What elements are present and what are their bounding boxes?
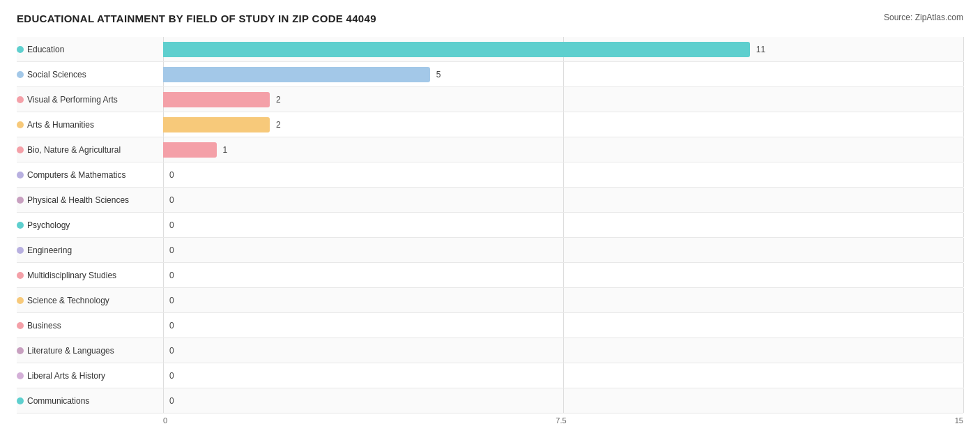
bar-label: Social Sciences (17, 70, 163, 79)
bar-label-text: Science & Technology (27, 296, 109, 305)
bar-row: Computers & Mathematics0 (17, 162, 963, 188)
bar-value-label: 0 (169, 371, 174, 381)
grid-line (563, 363, 564, 388)
bar-dot (17, 247, 24, 254)
grid-line (163, 213, 164, 237)
bar-track: 0 (163, 338, 963, 363)
grid-line (963, 388, 964, 413)
bar-fill: 11 (163, 42, 750, 57)
grid-line (963, 263, 964, 287)
grid-line (963, 313, 964, 337)
bar-value-label: 0 (169, 220, 174, 230)
bar-dot (17, 322, 24, 329)
grid-line (963, 213, 964, 237)
x-axis-label: 7.5 (556, 416, 566, 425)
grid-line (163, 263, 164, 287)
bar-label: Education (17, 45, 163, 54)
bar-dot (17, 96, 24, 103)
bar-label: Computers & Mathematics (17, 170, 163, 180)
bar-track: 0 (163, 188, 963, 212)
bar-label-text: Business (27, 321, 61, 331)
bar-value-label: 5 (436, 70, 441, 79)
bar-track: 1 (163, 137, 963, 162)
bar-track: 0 (163, 263, 963, 287)
bar-label-text: Liberal Arts & History (27, 371, 105, 381)
bar-row: Social Sciences5 (17, 62, 963, 87)
grid-line (963, 37, 964, 61)
bar-dot (17, 222, 24, 229)
bar-dot (17, 146, 24, 153)
bar-label: Engineering (17, 245, 163, 255)
bar-label-text: Social Sciences (27, 70, 86, 79)
bar-label: Arts & Humanities (17, 120, 163, 130)
bar-label: Physical & Health Sciences (17, 195, 163, 205)
bar-label-text: Multidisciplinary Studies (27, 271, 116, 280)
grid-line (963, 162, 964, 187)
bar-row: Education11 (17, 37, 963, 62)
bar-value-label: 0 (169, 296, 174, 305)
bar-dot (17, 372, 24, 379)
bar-value-label: 0 (169, 346, 174, 356)
bar-fill: 1 (163, 142, 217, 158)
bar-label: Liberal Arts & History (17, 371, 163, 381)
bar-fill: 2 (163, 92, 270, 107)
bar-track: 0 (163, 238, 963, 262)
grid-line (563, 288, 564, 312)
bar-row: Psychology0 (17, 213, 963, 238)
bar-dot (17, 71, 24, 78)
bar-track: 2 (163, 112, 963, 137)
bar-label-text: Literature & Languages (27, 346, 114, 356)
grid-line (963, 338, 964, 363)
bar-label: Communications (17, 396, 163, 406)
grid-line (963, 112, 964, 137)
bar-label-text: Engineering (27, 245, 72, 255)
bar-row: Engineering0 (17, 238, 963, 263)
grid-line (963, 238, 964, 262)
source-label: Source: ZipAtlas.com (884, 13, 963, 22)
bar-track: 0 (163, 313, 963, 337)
bar-dot (17, 172, 24, 179)
grid-line (563, 137, 564, 162)
grid-line (963, 137, 964, 162)
x-axis-label: 0 (163, 416, 167, 425)
bar-track: 0 (163, 213, 963, 237)
bar-track: 0 (163, 388, 963, 413)
bar-value-label: 0 (169, 396, 174, 406)
bar-track: 5 (163, 62, 963, 86)
bar-label-text: Physical & Health Sciences (27, 195, 129, 205)
bar-row: Bio, Nature & Agricultural1 (17, 137, 963, 162)
bar-label-text: Education (27, 45, 64, 54)
bar-row: Liberal Arts & History0 (17, 363, 963, 388)
bar-track: 0 (163, 288, 963, 312)
grid-line (963, 62, 964, 86)
bar-dot (17, 272, 24, 279)
grid-line (563, 213, 564, 237)
bar-label: Multidisciplinary Studies (17, 271, 163, 280)
bar-label-text: Communications (27, 396, 89, 406)
grid-line (963, 188, 964, 212)
bar-dot (17, 197, 24, 204)
bar-value-label: 0 (169, 321, 174, 331)
bar-label: Science & Technology (17, 296, 163, 305)
grid-line (963, 87, 964, 112)
grid-line (163, 388, 164, 413)
grid-line (163, 363, 164, 388)
bar-label-text: Bio, Nature & Agricultural (27, 145, 121, 155)
grid-line (163, 313, 164, 337)
grid-line (563, 313, 564, 337)
bar-label-text: Arts & Humanities (27, 120, 94, 130)
grid-line (963, 363, 964, 388)
bar-row: Communications0 (17, 388, 963, 414)
bar-row: Literature & Languages0 (17, 338, 963, 363)
bar-row: Arts & Humanities2 (17, 112, 963, 137)
bar-label: Psychology (17, 220, 163, 230)
bar-dot (17, 46, 24, 53)
grid-line (963, 288, 964, 312)
grid-line (163, 288, 164, 312)
bar-value-label: 0 (169, 170, 174, 180)
bar-track: 0 (163, 363, 963, 388)
bar-value-label: 2 (276, 120, 281, 130)
grid-line (563, 263, 564, 287)
bar-label: Bio, Nature & Agricultural (17, 145, 163, 155)
bar-value-label: 1 (223, 145, 228, 155)
